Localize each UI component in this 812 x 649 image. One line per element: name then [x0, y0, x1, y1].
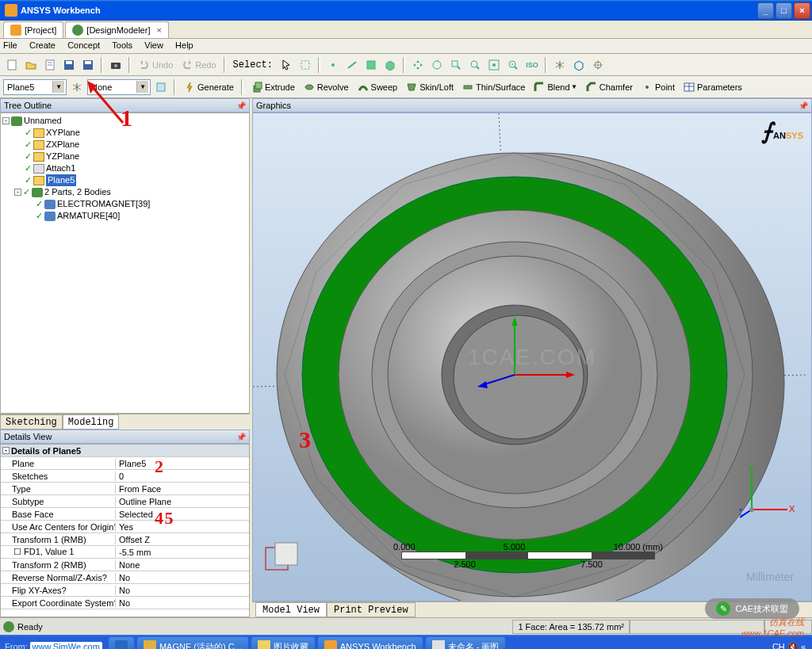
from-label: From: www.SimWe.com: [0, 642, 107, 649]
filter-vertex[interactable]: [324, 56, 342, 74]
tree-parts[interactable]: 2 Parts, 2 Bodies: [44, 186, 111, 198]
plane-preview-icon[interactable]: [261, 541, 304, 577]
parameters-button[interactable]: Parameters: [680, 81, 745, 94]
tree-zxplane[interactable]: ZXPlane: [46, 139, 79, 151]
new-plane2-button[interactable]: [68, 78, 86, 96]
plane-combo[interactable]: Plane5: [3, 79, 67, 95]
chamfer-button[interactable]: Chamfer: [582, 81, 636, 94]
new-plane-button[interactable]: [551, 56, 569, 74]
tab-printpreview[interactable]: Print Preview: [327, 602, 416, 617]
view-zoombox[interactable]: [447, 56, 465, 74]
svg-point-17: [471, 61, 477, 67]
new-button[interactable]: [3, 56, 21, 74]
extrude-button[interactable]: Extrude: [247, 81, 298, 94]
select-cursor[interactable]: [278, 56, 295, 74]
svg-text:Y: Y: [748, 466, 754, 474]
menu-create[interactable]: Create: [29, 40, 56, 50]
view-pan[interactable]: [409, 56, 427, 74]
pin-icon[interactable]: 📌: [799, 101, 808, 110]
pin-icon[interactable]: 📌: [236, 433, 246, 441]
filter-face[interactable]: [362, 56, 380, 74]
minimize-button[interactable]: _: [757, 2, 774, 19]
menu-concept[interactable]: Concept: [67, 40, 100, 50]
new-sketch-button[interactable]: [152, 78, 170, 96]
triad-icon[interactable]: X Y Z: [740, 466, 795, 521]
taskbar-item[interactable]: MAGNE (活动的) C...: [137, 637, 248, 649]
svg-rect-7: [85, 61, 91, 64]
taskbar-item[interactable]: [109, 637, 134, 649]
save-button[interactable]: [60, 56, 78, 74]
menu-file[interactable]: File: [3, 40, 17, 50]
tree-root[interactable]: Unnamed: [24, 115, 62, 127]
tree-electromagnet[interactable]: ELECTROMAGNET[39]: [57, 198, 150, 210]
generate-button[interactable]: Generate: [180, 81, 237, 94]
tree-armature[interactable]: ARMATURE[40]: [57, 210, 120, 222]
blend-button[interactable]: Blend ▾: [530, 81, 580, 94]
view-isometric[interactable]: ISO: [523, 56, 541, 74]
maximize-button[interactable]: □: [776, 2, 792, 19]
menu-view[interactable]: View: [144, 40, 163, 50]
expand-icon[interactable]: -: [14, 189, 21, 196]
systray[interactable]: CH 🔇 «: [766, 642, 812, 650]
taskbar-item[interactable]: 未命名 - 画图: [426, 637, 506, 649]
filter-edge[interactable]: [343, 56, 361, 74]
tree-plane5[interactable]: Plane5: [46, 174, 76, 186]
tab-designmodeler[interactable]: [DesignModeler] ×: [65, 21, 169, 38]
sketch-combo[interactable]: None: [87, 79, 151, 95]
paint-icon: [432, 640, 445, 649]
tree-attach1[interactable]: Attach1: [46, 162, 75, 174]
details-title: Details View📌: [0, 429, 250, 444]
vertex-icon: [327, 59, 339, 71]
tab-modeling[interactable]: Modeling: [63, 414, 120, 429]
filter-body[interactable]: [381, 56, 399, 74]
close-button[interactable]: ×: [794, 2, 810, 19]
point-button[interactable]: Point: [638, 81, 678, 94]
skinloft-button[interactable]: Skin/Loft: [402, 81, 457, 94]
edge-icon: [346, 59, 358, 71]
collapse-icon[interactable]: -: [2, 447, 10, 454]
rotate-icon: [431, 59, 443, 71]
look-icon: [507, 59, 519, 71]
ansys-logo: ⨍ANSYS: [761, 118, 803, 144]
view-zoom[interactable]: [466, 56, 484, 74]
view-fit[interactable]: [485, 56, 503, 74]
tree-xyplane[interactable]: XYPlane: [46, 127, 80, 139]
menu-tools[interactable]: Tools: [112, 40, 132, 50]
tree-outline[interactable]: -Unnamed ✓ XYPlane ✓ ZXPlane ✓ YZPlane ✓…: [0, 113, 250, 414]
detail-row: Export Coordinate System?No: [1, 597, 249, 609]
tree-yzplane[interactable]: YZPlane: [46, 151, 79, 162]
close-tab-icon[interactable]: ×: [156, 25, 161, 35]
toggle-display[interactable]: [570, 56, 588, 74]
svg-point-20: [492, 63, 496, 67]
save2-button[interactable]: [79, 56, 97, 74]
sweep-button[interactable]: Sweep: [354, 81, 401, 94]
graphics-column: Graphics📌 ⨍ANSYS 1CAE.COM: [252, 98, 812, 617]
tab-modelview[interactable]: Model View: [255, 602, 327, 617]
pin-icon[interactable]: 📌: [236, 101, 246, 110]
toggle-wire[interactable]: [589, 56, 607, 74]
snapshot-button[interactable]: [107, 56, 124, 74]
undo-button[interactable]: Undo: [135, 59, 176, 71]
viewport[interactable]: ⨍ANSYS 1CAE.COM: [252, 113, 812, 601]
expand-icon[interactable]: -: [2, 117, 10, 124]
left-column: Tree Outline📌 -Unnamed ✓ XYPlane ✓ ZXPla…: [0, 98, 252, 617]
body-icon: [384, 59, 396, 71]
menu-help[interactable]: Help: [175, 40, 193, 50]
view-rotate[interactable]: [428, 56, 446, 74]
svg-point-9: [114, 64, 117, 67]
taskbar-item[interactable]: 图片收藏: [251, 637, 315, 649]
taskbar-item[interactable]: ANSYS Workbench: [318, 637, 423, 649]
revolve-button[interactable]: Revolve: [300, 81, 352, 94]
select-box[interactable]: [297, 56, 314, 74]
plane-icon: [33, 128, 44, 138]
detail-row: Base FaceSelected: [1, 508, 249, 521]
details-grid[interactable]: -Details of Plane5 PlanePlane5 Sketches0…: [0, 444, 250, 617]
tab-project[interactable]: [Project]: [3, 21, 63, 38]
file-button[interactable]: [41, 56, 59, 74]
redo-button[interactable]: Redo: [178, 59, 219, 71]
open-button[interactable]: [22, 56, 40, 74]
sketch-icon: [155, 81, 167, 94]
view-lookface[interactable]: [504, 56, 522, 74]
thinsurface-button[interactable]: Thin/Surface: [458, 81, 528, 94]
tab-sketching[interactable]: Sketching: [0, 414, 63, 429]
